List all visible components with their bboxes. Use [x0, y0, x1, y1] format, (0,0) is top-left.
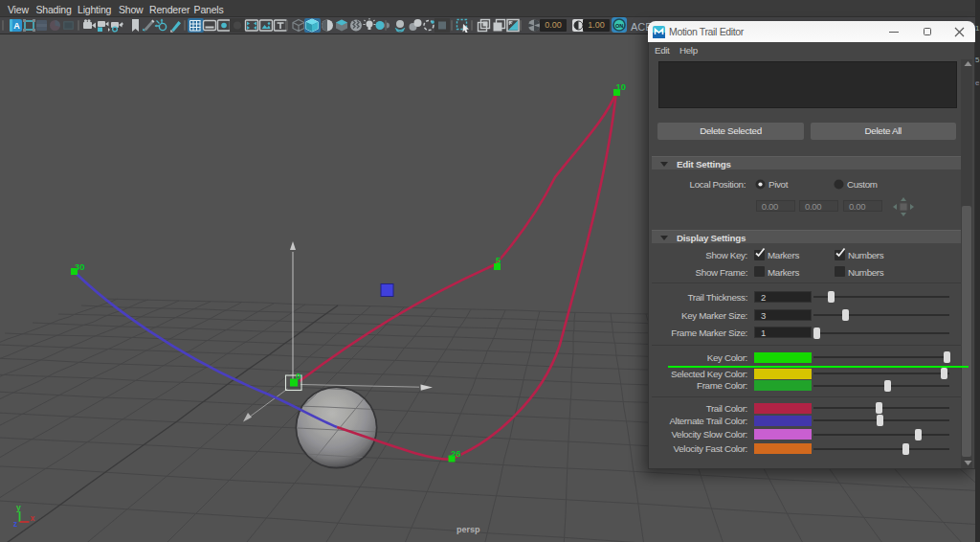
svg-text:10: 10 — [616, 81, 627, 92]
svg-text:0: 0 — [296, 371, 301, 381]
svg-text:30: 30 — [75, 261, 85, 272]
svg-text:persp: persp — [457, 525, 480, 534]
svg-text:5: 5 — [496, 255, 501, 265]
svg-text:y: y — [16, 503, 21, 512]
svg-text:x: x — [31, 513, 35, 523]
svg-text:26: 26 — [451, 448, 461, 459]
svg-text:z: z — [13, 519, 17, 529]
